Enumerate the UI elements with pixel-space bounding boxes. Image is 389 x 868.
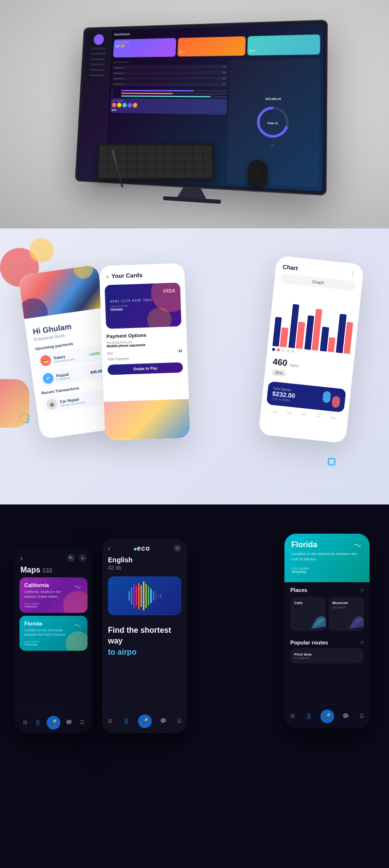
places-section: Places ⊹ Cafe Museum Go ahead	[284, 582, 370, 636]
info-nav-mic[interactable]: 🎤	[320, 710, 334, 723]
sidebar-avatar	[93, 34, 104, 45]
squiggle-icon-2	[73, 621, 83, 630]
option-row-slot: Slot $1	[102, 349, 187, 355]
popular-expand-icon[interactable]: ⊹	[360, 640, 364, 645]
voice-nav-person[interactable]: 👤	[122, 717, 131, 726]
info-nav-person[interactable]: 👤	[304, 712, 313, 721]
dark-phone-maps: ‹ 🔍 + Maps 132 California California, lo…	[15, 548, 92, 733]
places-grid: Cafe Museum Go ahead	[290, 597, 364, 631]
voice-wave-visual	[108, 576, 181, 615]
card-bank: COACHILL BANK	[113, 38, 177, 57]
find-highlight: to airpo	[108, 648, 137, 656]
add-icon[interactable]: +	[79, 554, 87, 562]
cards-title: Your Cards	[111, 272, 142, 279]
florida-info-header: Florida Located on the peninsula between…	[284, 534, 370, 582]
sidebar-item	[90, 47, 106, 49]
monitor-stand	[177, 187, 207, 199]
legend-dot-navy	[272, 348, 275, 351]
section-mobile: Hi Ghulam Enterprise Bank Upcoming payme…	[0, 228, 389, 504]
paypal-icon: P	[42, 372, 54, 384]
route-name: First time	[294, 652, 360, 657]
bar-2	[280, 327, 289, 347]
card-shape-decoration-2	[66, 631, 88, 651]
map-card-florida: Florida Located on the peninsulabetween …	[19, 616, 88, 651]
maps-nav-bar: ⊞ 👤 🎤 💬 ☰	[15, 712, 92, 733]
search-icon[interactable]: 🔍	[67, 554, 75, 562]
decorative-leaf-1	[322, 391, 331, 403]
sidebar-item	[89, 74, 104, 76]
place-museum: Museum Go ahead	[329, 597, 364, 631]
voice-nav-grid[interactable]: ⊞	[106, 717, 115, 726]
maps-header: ‹ 🔍 +	[15, 548, 92, 566]
maps-title: Maps 132	[15, 566, 92, 574]
car-repair-icon: ⚙	[46, 399, 58, 411]
sidebar-item	[90, 58, 105, 60]
swipe-to-pay-button[interactable]: Swipe to Pay	[107, 362, 183, 375]
bar-4	[296, 322, 305, 349]
nav-grid-icon[interactable]: ⊞	[20, 718, 29, 727]
settings-icon[interactable]: ⚙	[174, 544, 181, 552]
dashboard-title: Dashboard	[114, 33, 130, 36]
voice-nav-mic[interactable]: 🎤	[138, 714, 152, 728]
card-paypal: PayPal $45.00	[247, 35, 320, 56]
more-options-icon[interactable]: ⋮	[349, 270, 357, 278]
voice-nav-menu[interactable]: ☰	[175, 717, 184, 726]
legend-dot-gray-2	[286, 349, 290, 353]
decorative-leaf-2	[332, 396, 340, 408]
voice-language: English	[102, 556, 187, 564]
back-button[interactable]: ‹	[20, 554, 23, 562]
eco-dot	[134, 548, 137, 551]
quick-transfer: Quick Transfer $370	[110, 98, 227, 115]
maps-count: 132	[42, 567, 52, 574]
voice-nav-chat[interactable]: 💬	[159, 717, 168, 726]
florida-update-label: Last update	[291, 567, 309, 570]
info-nav-bar: ⊞ 👤 🎤 💬 ☰	[284, 704, 370, 728]
places-title: Places ⊹	[290, 587, 364, 593]
cafe-shape	[306, 609, 326, 631]
stat-label: Higher	[289, 363, 300, 367]
transfer-amount: $370	[111, 109, 225, 113]
info-nav-menu[interactable]: ☰	[357, 712, 366, 721]
popular-title: Popular routes ⊹	[290, 640, 364, 645]
legend-dot-coral	[277, 348, 280, 352]
route-sub: in California	[294, 657, 360, 660]
payment-amount: +2000	[88, 351, 100, 357]
voice-nav-bar: ⊞ 👤 🎤 💬 ☰	[102, 709, 187, 733]
salary-icon: 💳	[40, 354, 52, 366]
nav-mic-button[interactable]: 🎤	[47, 716, 60, 729]
popular-routes-section: Popular routes ⊹ First time in Californi…	[284, 636, 370, 670]
payment-amount-paypal: $45.00	[90, 369, 102, 375]
payment-options-sub: Pending AmountMobile phone payments	[102, 338, 187, 348]
avatar	[127, 103, 132, 108]
card-number: 4562 1123 4595 7852	[110, 297, 176, 303]
stat-number: 460	[272, 357, 288, 368]
place-cafe: Cafe	[290, 597, 326, 631]
sidebar-item	[90, 53, 106, 55]
florida-update-val: Yesterday	[291, 570, 309, 573]
back-arrow-dark[interactable]: ‹	[108, 544, 110, 552]
sidebar-item	[89, 69, 105, 71]
back-arrow-icon[interactable]: ‹	[106, 273, 108, 280]
info-nav-chat[interactable]: 💬	[341, 712, 350, 721]
mouse	[248, 160, 267, 187]
chart-title: Chart	[283, 263, 299, 272]
nav-menu-icon[interactable]: ☰	[78, 718, 87, 727]
chart-bottom-card: Total Spend $232.00 Coin Available	[266, 381, 346, 412]
voice-header: ‹ eco ⚙	[102, 538, 187, 556]
percent-badge: 38%	[271, 369, 286, 377]
visa-label: VISA	[110, 288, 176, 296]
nav-chat-icon[interactable]: 💬	[65, 718, 73, 727]
table-row: Transaction 3 300	[112, 76, 228, 81]
info-nav-grid[interactable]: ⊞	[288, 712, 297, 721]
dark-phone-florida: Florida Located on the peninsula between…	[284, 534, 370, 728]
nav-person-icon[interactable]: 👤	[34, 718, 42, 727]
places-expand-icon[interactable]: ⊹	[360, 588, 364, 593]
section-dark: ‹ 🔍 + Maps 132 California California, lo…	[0, 504, 389, 868]
credit-card: VISA 4562 1123 4595 7852 CARD HOLDER Ghu…	[105, 282, 181, 329]
screen-header: Dashboard	[114, 27, 320, 36]
dark-phone-voice: ‹ eco ⚙ English 42 db	[102, 538, 187, 733]
chart-area	[267, 287, 361, 354]
avatar	[133, 103, 138, 108]
museum-shape	[344, 609, 364, 631]
option-row-total: Total Payment	[102, 355, 187, 361]
